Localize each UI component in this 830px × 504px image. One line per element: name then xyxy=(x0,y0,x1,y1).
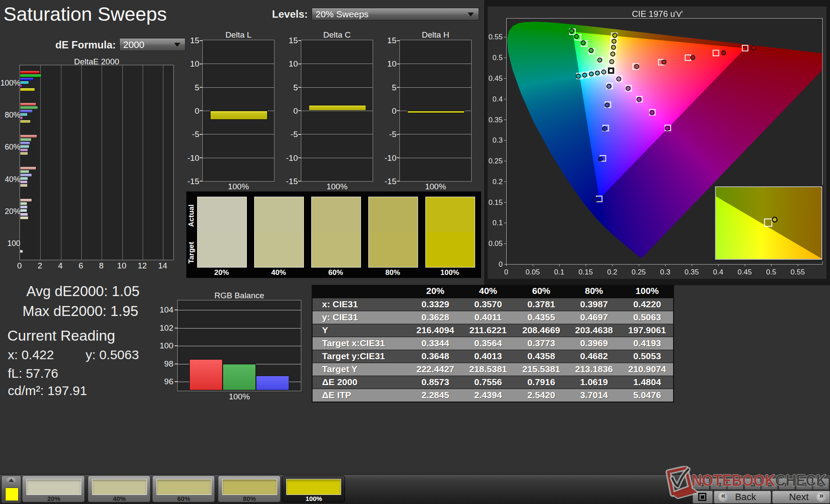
svg-text:CHECK: CHECK xyxy=(775,472,827,489)
svg-text:NOTEBOOK: NOTEBOOK xyxy=(692,472,775,489)
